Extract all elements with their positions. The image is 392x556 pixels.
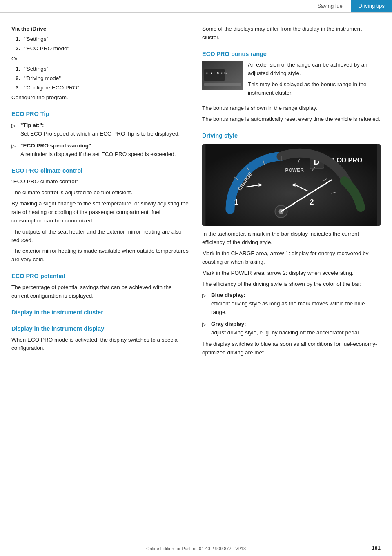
potential-heading: ECO PRO potential	[11, 271, 190, 280]
bonus-p2: The bonus range is automatically reset e…	[202, 115, 381, 124]
driving-style-heading: Driving style	[202, 131, 381, 140]
eco-tip-heading: ECO PRO Tip	[11, 109, 190, 118]
bonus-image: >> ▮ + 45.8 mi	[202, 61, 243, 90]
bullet-arrow-gray: ▷	[202, 320, 208, 337]
bullet-tip-content: "Tip at:": Set ECO Pro speed at which an…	[20, 121, 190, 138]
svg-text:>> ▮ + 45.8 mi: >> ▮ + 45.8 mi	[206, 71, 227, 74]
list2-item-1: 1. "Settings"	[16, 65, 190, 73]
header-saving-fuel: Saving fuel	[310, 0, 351, 12]
configure-label: Configure the program.	[11, 93, 190, 102]
bullet-speed-content: "ECO PRO speed warning": A reminder is d…	[20, 142, 190, 159]
climate-p1: The climate control is adjusted to be fu…	[11, 189, 190, 197]
saving-fuel-label: Saving fuel	[317, 3, 343, 9]
list2-item-3: 3. "Configure ECO PRO"	[16, 84, 190, 92]
bonus-p1: The bonus range is shown in the range di…	[202, 104, 381, 113]
bullet-gray-text: adjust driving style, e. g. by backing o…	[211, 329, 381, 337]
bullet-arrow-1: ▷	[11, 122, 17, 138]
list1: 1. "Settings" 2. "ECO PRO mode"	[16, 35, 190, 53]
display-cluster-heading: Display in the instrument cluster	[11, 308, 190, 317]
via-idrive-heading: Via the iDrive	[11, 25, 190, 33]
svg-rect-4	[204, 83, 241, 86]
svg-rect-2	[204, 69, 225, 81]
bullet-gray-title: Gray display:	[211, 320, 381, 329]
driving-p1: In the tachometer, a mark in the bar dis…	[202, 230, 381, 247]
bonus-heading: ECO PRO bonus range	[202, 49, 381, 58]
footer-text: Online Edition for Part no. 01 40 2 909 …	[146, 546, 246, 551]
bullet-blue-title: Blue display:	[211, 291, 381, 300]
main-content: Via the iDrive 1. "Settings" 2. "ECO PRO…	[0, 13, 392, 376]
or-label: Or	[11, 55, 190, 63]
svg-text:POWER: POWER	[285, 167, 304, 173]
header-driving-tips: Driving tips	[351, 0, 392, 12]
bullet-blue-text: efficient driving style as long as the m…	[211, 300, 381, 317]
intro-p1: Some of the displays may differ from the…	[202, 25, 381, 42]
bullet-speed-text: A reminder is displayed if the set ECO P…	[20, 150, 190, 159]
bonus-text1: An extension of the range can be achieve…	[248, 61, 381, 78]
bullet-blue-content: Blue display: efficient driving style as…	[211, 291, 381, 317]
display-p1: When ECO PRO mode is activated, the disp…	[11, 336, 190, 353]
bonus-text2: This may be displayed as the bonus range…	[248, 80, 381, 98]
driving-style-image: ECO PRO D CHARGE POWER	[202, 144, 381, 226]
bonus-image-row: >> ▮ + 45.8 mi An extension of the range…	[202, 61, 381, 100]
bonus-text-block: An extension of the range can be achieve…	[248, 61, 381, 100]
page-footer: Online Edition for Part no. 01 40 2 909 …	[0, 546, 392, 551]
driving-tips-label: Driving tips	[359, 3, 385, 9]
bonus-img-inner: >> ▮ + 45.8 mi	[202, 61, 243, 90]
bullet-tip-at: ▷ "Tip at:": Set ECO Pro speed at which …	[11, 121, 190, 138]
list2: 1. "Settings" 2. "Driving mode" 3. "Conf…	[16, 65, 190, 92]
climate-p4: The exterior mirror heating is made avai…	[11, 247, 190, 264]
bonus-img-svg: >> ▮ + 45.8 mi	[202, 61, 243, 90]
climate-label: "ECO PRO climate control"	[11, 178, 190, 186]
climate-heading: ECO PRO climate control	[11, 166, 190, 175]
climate-p3: The outputs of the seat heater and the e…	[11, 228, 190, 245]
bullet-blue-display: ▷ Blue display: efficient driving style …	[202, 291, 381, 317]
left-column: Via the iDrive 1. "Settings" 2. "ECO PRO…	[11, 25, 190, 360]
display-display-heading: Display in the instrument display	[11, 324, 190, 333]
list1-item-1: 1. "Settings"	[16, 35, 190, 44]
driving-p3: Mark in the POWER area, arrow 2: display…	[202, 269, 381, 278]
bullet-arrow-blue: ▷	[202, 291, 208, 317]
bullet-gray-content: Gray display: adjust driving style, e. g…	[211, 320, 381, 337]
bullet-speed-warning: ▷ "ECO PRO speed warning": A reminder is…	[11, 142, 190, 159]
bullet-speed-title: "ECO PRO speed warning":	[20, 142, 190, 150]
tachometer-svg: ECO PRO D CHARGE POWER	[202, 144, 381, 226]
bullet-tip-text: Set ECO Pro speed at which an ECO PRO Ti…	[20, 130, 190, 138]
driving-p5: The display switches to blue as soon as …	[202, 340, 381, 357]
bullet-tip-title: "Tip at:":	[20, 121, 190, 130]
bullet-arrow-2: ▷	[11, 142, 17, 159]
list2-item-2: 2. "Driving mode"	[16, 74, 190, 83]
page-header: Saving fuel Driving tips	[0, 0, 392, 12]
svg-text:2: 2	[310, 198, 314, 206]
page-number: 181	[372, 545, 381, 551]
right-column: Some of the displays may differ from the…	[202, 25, 381, 360]
driving-p2: Mark in the CHARGE area, arrow 1: displa…	[202, 249, 381, 267]
svg-text:1: 1	[234, 198, 238, 206]
bullet-gray-display: ▷ Gray display: adjust driving style, e.…	[202, 320, 381, 337]
list1-item-2: 2. "ECO PRO mode"	[16, 44, 190, 53]
climate-p2: By making a slight change to the set tem…	[11, 200, 190, 225]
driving-p4: The efficiency of the driving style is s…	[202, 280, 381, 289]
potential-p1: The percentage of potential savings that…	[11, 283, 190, 300]
